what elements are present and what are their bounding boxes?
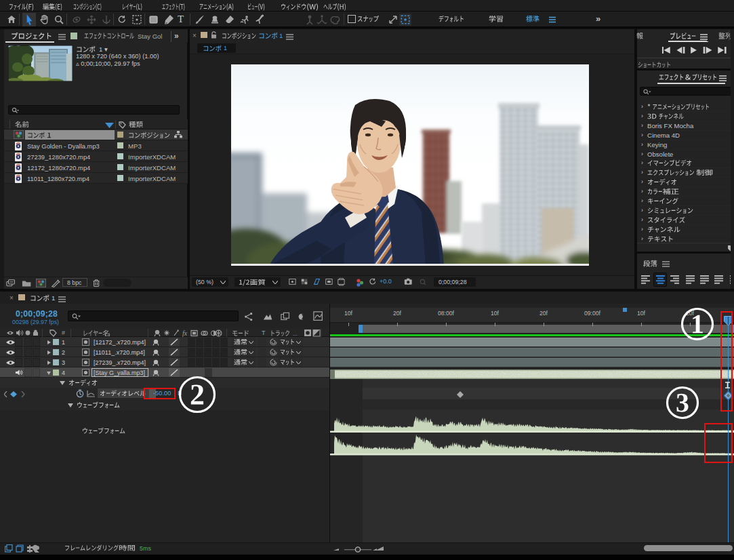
svg-text:fx: fx bbox=[182, 329, 188, 337]
